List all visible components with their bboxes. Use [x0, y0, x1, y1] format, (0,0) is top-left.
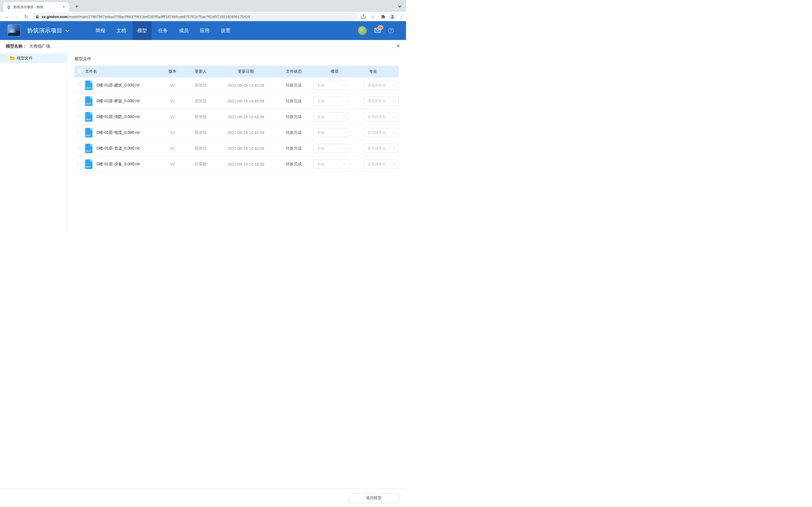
model-name-bar: 模型名称： 大拇指广场 ×	[0, 40, 406, 52]
specialty-select[interactable]: 请选择专业	[364, 128, 399, 137]
messages-button[interactable]: 2	[374, 28, 382, 34]
specialty-select[interactable]: 请选择专业	[364, 97, 399, 106]
browser-tab-strip: 协筑演示项目 - 协筑 × +	[0, 0, 406, 12]
rvt-file-icon: RVT	[85, 159, 93, 169]
specialty-select[interactable]: 请选择专业	[364, 144, 399, 153]
row-checkbox[interactable]	[78, 162, 82, 166]
new-tab-button[interactable]: +	[73, 3, 81, 10]
sidebar: 模型文件	[0, 52, 67, 235]
chevron-down-icon	[393, 131, 396, 133]
top-nav: 简报 文档 模型 任务 成员 应用 设置	[91, 21, 235, 40]
help-icon[interactable]: ?	[388, 28, 394, 33]
nav-item-settings[interactable]: 设置	[216, 21, 235, 40]
file-name[interactable]: D楼-01层-消防_0.000.rvt	[96, 114, 140, 119]
share-icon[interactable]	[360, 13, 366, 20]
specialty-select[interactable]: 请选择专业	[364, 81, 399, 90]
specialty-select[interactable]: 请选择专业	[364, 112, 399, 121]
chevron-down-icon	[343, 83, 346, 86]
floor-select-value: 自动	[317, 130, 324, 135]
sidebar-item-model-files[interactable]: 模型文件	[0, 54, 67, 63]
browser-profile-icon[interactable]	[389, 13, 396, 20]
chevron-down-icon	[393, 99, 396, 102]
file-status: 转换完成	[274, 83, 313, 88]
file-update-date: 2021-08-19 14:43:09	[218, 162, 274, 166]
row-checkbox[interactable]	[78, 114, 82, 119]
bookmark-star-icon[interactable]: ☆	[369, 13, 376, 20]
project-name: 协筑演示项目	[27, 27, 63, 34]
row-checkbox[interactable]	[78, 99, 82, 103]
file-update-date: 2021-08-19 14:43:09	[218, 99, 274, 103]
chevron-down-icon	[393, 115, 396, 118]
url-bar[interactable]: xz.glodon.com/model/main/278b7967ebba470…	[32, 13, 358, 20]
file-updater: 任荣姣	[184, 162, 218, 167]
rvt-file-icon: RVT	[85, 96, 93, 106]
floor-select[interactable]: 自动	[313, 81, 349, 90]
file-name[interactable]: D楼-01层-设备_0.000.rvt	[96, 162, 140, 167]
floor-select-value: 自动	[317, 114, 324, 119]
file-version: V1	[161, 99, 184, 103]
rvt-file-icon: RVT	[85, 80, 93, 90]
row-checkbox[interactable]	[78, 146, 82, 150]
back-button[interactable]: ←	[3, 13, 11, 20]
nav-item-model[interactable]: 模型	[133, 21, 152, 40]
file-update-date: 2021-08-19 14:43:09	[218, 83, 274, 88]
extensions-puzzle-icon[interactable]	[379, 13, 386, 20]
table-body: RVT D楼-01层-建筑_0.000.rvt V2 邵光信 2021-08-1…	[74, 77, 399, 172]
file-updater: 邵光信	[184, 83, 218, 88]
floor-select[interactable]: 自动	[313, 128, 349, 137]
specialty-select-value: 请选择专业	[367, 162, 386, 167]
nav-item-briefing[interactable]: 简报	[91, 21, 110, 40]
floor-select[interactable]: 自动	[313, 97, 349, 106]
file-name[interactable]: D楼-01层-管道_0.000.rvt	[96, 146, 140, 151]
file-name[interactable]: D楼-01层-建筑_0.000.rvt	[96, 83, 140, 88]
browser-tab[interactable]: 协筑演示项目 - 协筑 ×	[3, 2, 69, 12]
file-update-date: 2021-08-19 14:43:09	[218, 146, 274, 151]
close-icon[interactable]: ×	[394, 42, 402, 50]
chevron-down-icon	[393, 162, 396, 165]
app-header: 协筑演示项目 简报 文档 模型 任务 成员 应用 设置 2 ?	[0, 21, 406, 40]
nav-item-members[interactable]: 成员	[174, 21, 193, 40]
project-logo	[8, 24, 20, 36]
column-version: 版本	[161, 69, 184, 74]
specialty-select-value: 请选择专业	[367, 146, 386, 151]
tab-close-icon[interactable]: ×	[61, 5, 66, 9]
floor-select[interactable]: 自动	[313, 160, 349, 169]
column-file-name: 文件名	[85, 69, 161, 74]
row-checkbox[interactable]	[78, 130, 82, 134]
select-all-checkbox[interactable]	[78, 69, 82, 73]
tab-title: 协筑演示项目 - 协筑	[13, 5, 61, 10]
page-title: 模型文件	[74, 56, 399, 62]
main-panel: 模型文件 文件名 版本 更新人 更新日期 文件状态 楼层 专业 RVT D楼-0…	[68, 52, 406, 235]
file-name[interactable]: D楼-01层-电缆_0.000.rvt	[96, 130, 140, 135]
chevron-down-icon	[343, 115, 346, 118]
floor-select[interactable]: 自动	[313, 112, 349, 121]
file-name[interactable]: D楼-01层-桥架_0.000.rvt	[96, 99, 140, 104]
model-name-value: 大拇指广场	[29, 44, 50, 49]
table-row: RVT D楼-01层-设备_0.000.rvt V2 任荣姣 2021-08-1…	[74, 156, 399, 172]
row-checkbox[interactable]	[78, 83, 82, 87]
nav-item-apps[interactable]: 应用	[195, 21, 214, 40]
tab-overflow-chevron-icon[interactable]	[399, 5, 402, 8]
chevron-down-icon	[393, 83, 396, 86]
browser-menu-icon[interactable]: ⋮	[398, 13, 405, 20]
floor-select[interactable]: 自动	[313, 144, 349, 153]
specialty-select-value: 请选择专业	[367, 114, 386, 119]
file-status: 转换完成	[274, 162, 313, 167]
column-update-date: 更新日期	[218, 69, 274, 74]
nav-item-documents[interactable]: 文档	[112, 21, 131, 40]
chevron-down-icon	[343, 99, 346, 102]
file-updater: 邵光信	[184, 114, 218, 119]
folder-icon	[10, 56, 15, 60]
rvt-file-icon: RVT	[85, 112, 93, 122]
specialty-select[interactable]: 请选择专业	[364, 160, 399, 169]
project-switcher[interactable]: 协筑演示项目	[27, 21, 68, 40]
nav-item-tasks[interactable]: 任务	[153, 21, 172, 40]
user-avatar[interactable]	[358, 26, 367, 35]
reload-button[interactable]: ↻	[22, 13, 30, 20]
url-path: /model/main/278b7967ebba4708ac566375631b…	[67, 15, 250, 19]
file-version: V2	[161, 162, 184, 166]
forward-button[interactable]: →	[13, 13, 20, 20]
column-updater: 更新人	[184, 69, 218, 74]
file-updater: 邵光信	[184, 99, 218, 104]
floor-select-value: 自动	[317, 146, 324, 151]
